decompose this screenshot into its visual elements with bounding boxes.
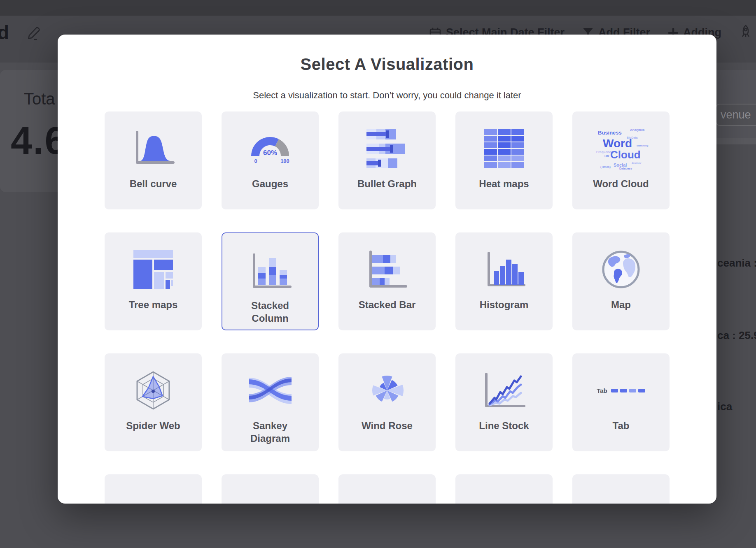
viz-card-label: Bell curve (130, 177, 177, 190)
map-globe-icon (598, 246, 644, 293)
viz-card-bell-curve[interactable]: Bell curve (105, 111, 202, 209)
viz-card-sankey-diagram[interactable]: Sankey Diagram (222, 353, 319, 451)
viz-card-label: Bullet Graph (357, 177, 417, 190)
wind-rose-icon (364, 367, 410, 413)
legend-fragment-america: ca : 25.95 (717, 329, 756, 342)
viz-card-stacked-column[interactable]: Stacked Column (222, 232, 319, 330)
viz-card-heat-maps[interactable]: Heat maps (455, 111, 553, 209)
viz-card-stacked-bar[interactable]: Stacked Bar (338, 232, 436, 330)
viz-card-label: Map (611, 298, 631, 311)
word-cloud-word: Cloud (610, 149, 641, 161)
viz-card-histogram[interactable]: Histogram (455, 232, 553, 330)
viz-card-label: Word Cloud (593, 177, 649, 190)
visualization-picker-dialog: Select A Visualization Select a visualiz… (58, 35, 716, 504)
rocket-icon[interactable] (740, 25, 752, 41)
dialog-subtitle: Select a visualization to start. Don’t w… (58, 90, 716, 101)
viz-card-spider-web[interactable]: Spider Web (105, 353, 202, 451)
viz-card-bullet-graph[interactable]: Bullet Graph (338, 111, 436, 209)
stacked-column-icon (247, 247, 293, 293)
viz-card-label: Stacked Bar (359, 298, 416, 311)
bullet-graph-icon (366, 125, 408, 172)
line-stock-icon (481, 367, 527, 413)
word-cloud-word: (Times) (600, 165, 611, 168)
viz-card-label: Stacked Column (238, 299, 302, 325)
word-cloud-icon: Business Analytics BigData Word Marketin… (596, 125, 646, 172)
viz-card-map[interactable]: Map (572, 232, 670, 330)
kpi-title-fragment: Tota (24, 90, 55, 108)
heatmap-icon (483, 125, 525, 172)
gauge-icon: 60% 0 100 (247, 125, 293, 172)
treemap-icon (133, 246, 173, 293)
viz-card-label: Line Stock (479, 419, 529, 432)
viz-card-label: Histogram (480, 298, 529, 311)
viz-card-line-stock[interactable]: Line Stock (455, 353, 553, 451)
stacked-bar-icon (366, 246, 408, 293)
viz-card-gauges[interactable]: 60% 0 100 Gauges (222, 111, 319, 209)
sankey-icon (245, 367, 295, 413)
dialog-title: Select A Visualization (58, 55, 716, 74)
word-cloud-word: Analytics (630, 128, 645, 132)
visualization-grid: Bell curve 60% 0 100 Gauges (105, 111, 670, 504)
viz-card-tree-maps[interactable]: Tree maps (105, 232, 202, 330)
word-cloud-word: Database (619, 167, 632, 170)
histogram-icon (482, 246, 526, 293)
legend-fragment-oceania: ceania : 8 (717, 257, 756, 269)
bell-curve-icon (131, 125, 176, 172)
viz-card-label: Wind Rose (362, 419, 413, 432)
legend-fragment-africa: ica (717, 400, 732, 413)
viz-card-partial[interactable] (105, 474, 202, 504)
viz-card-partial[interactable] (222, 474, 319, 504)
svg-text:60%: 60% (263, 149, 277, 157)
tab-icon-text: Tab (597, 387, 607, 394)
word-cloud-word: Journey (632, 162, 641, 164)
viz-card-label: Heat maps (479, 177, 529, 190)
edit-pencil-icon[interactable] (26, 24, 43, 43)
word-cloud-word: Business (598, 130, 622, 136)
viz-card-label: Tree maps (129, 298, 178, 311)
viz-card-partial[interactable] (338, 474, 436, 504)
screen: d Select Main Date Filter Add Filter (0, 0, 756, 548)
word-cloud-word: Marketing (637, 144, 648, 147)
viz-card-label: Gauges (252, 177, 288, 190)
viz-card-partial[interactable] (455, 474, 553, 504)
tab-icon: Tab (597, 367, 645, 413)
viz-card-label: Sankey Diagram (238, 419, 302, 445)
revenue-button-fragment[interactable]: venue (716, 104, 756, 126)
svg-text:100: 100 (280, 158, 289, 164)
top-strip (0, 0, 756, 16)
svg-text:0: 0 (254, 158, 257, 164)
viz-card-label: Spider Web (126, 419, 180, 432)
revenue-button-label: venue (721, 109, 751, 121)
word-cloud-word: HR (604, 154, 609, 158)
viz-card-wind-rose[interactable]: Wind Rose (338, 353, 436, 451)
viz-card-partial[interactable] (572, 474, 670, 504)
viz-card-word-cloud[interactable]: Business Analytics BigData Word Marketin… (572, 111, 670, 209)
spider-web-icon (131, 367, 176, 413)
viz-card-label: Tab (613, 419, 630, 432)
viz-card-tab[interactable]: Tab Tab (572, 353, 670, 451)
dashboard-title-fragment: d (0, 21, 9, 44)
